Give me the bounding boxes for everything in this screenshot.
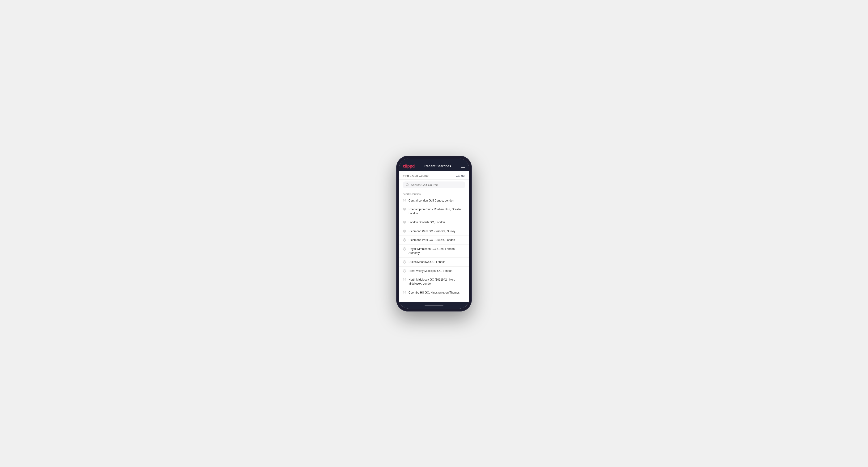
hamburger-icon[interactable]: [461, 165, 465, 167]
svg-point-2: [404, 200, 405, 201]
list-item[interactable]: Brent Valley Municipal GC, London: [399, 267, 469, 276]
location-pin-icon: [403, 229, 406, 233]
course-name: London Scottish GC, London: [408, 220, 445, 224]
home-indicator: [425, 305, 443, 306]
list-item[interactable]: Richmond Park GC - Prince's, Surrey: [399, 227, 469, 236]
list-item[interactable]: Roehampton Club - Roehampton, Greater Lo…: [399, 205, 469, 218]
list-item[interactable]: Richmond Park GC - Duke's, London: [399, 236, 469, 245]
list-item[interactable]: London Scottish GC, London: [399, 218, 469, 227]
app-header: clippd Recent Searches: [399, 161, 469, 171]
phone-device: clippd Recent Searches Find a Golf Cours…: [396, 156, 472, 311]
svg-point-6: [404, 240, 405, 241]
course-name: Royal Wimbledon GC, Great London Authori…: [408, 247, 465, 255]
list-item[interactable]: Central London Golf Centre, London: [399, 196, 469, 205]
list-item[interactable]: Coombe Hill GC, Kingston upon Thames: [399, 288, 469, 297]
content-area: Find a Golf Course Cancel Nearby courses: [399, 171, 469, 302]
course-name: Richmond Park GC - Duke's, London: [408, 238, 455, 242]
nearby-label: Nearby courses: [399, 191, 469, 196]
search-input[interactable]: [411, 183, 462, 187]
course-name: Coombe Hill GC, Kingston upon Thames: [408, 291, 460, 295]
location-pin-icon: [403, 208, 406, 211]
app-header-title: Recent Searches: [425, 164, 451, 168]
location-pin-icon: [403, 238, 406, 242]
location-pin-icon: [403, 247, 406, 251]
svg-point-5: [404, 230, 405, 231]
location-pin-icon: [403, 291, 406, 294]
svg-point-7: [404, 248, 405, 249]
phone-screen: clippd Recent Searches Find a Golf Cours…: [399, 159, 469, 309]
course-list: Central London Golf Centre, London Roeha…: [399, 196, 469, 297]
course-name: Richmond Park GC - Prince's, Surrey: [408, 229, 455, 234]
phone-bottom-bar: [399, 302, 469, 309]
course-name: North Middlesex GC (1011942 - North Midd…: [408, 278, 465, 286]
list-item[interactable]: Dukes Meadows GC, London: [399, 258, 469, 267]
find-title: Find a Golf Course: [403, 174, 429, 178]
svg-point-10: [404, 279, 405, 280]
svg-line-1: [408, 185, 409, 186]
svg-point-3: [404, 209, 405, 210]
location-pin-icon: [403, 199, 406, 202]
search-bar-container: [399, 180, 469, 191]
svg-point-9: [404, 270, 405, 271]
course-name: Central London Golf Centre, London: [408, 199, 454, 203]
search-icon: [406, 183, 409, 186]
svg-point-8: [404, 261, 405, 262]
app-logo: clippd: [403, 164, 415, 169]
location-pin-icon: [403, 269, 406, 273]
location-pin-icon: [403, 221, 406, 224]
cancel-button[interactable]: Cancel: [456, 174, 465, 178]
course-name: Brent Valley Municipal GC, London: [408, 269, 453, 273]
svg-point-4: [404, 222, 405, 222]
course-name: Roehampton Club - Roehampton, Greater Lo…: [408, 208, 465, 215]
nearby-section: Nearby courses Central London Golf Centr…: [399, 191, 469, 302]
search-input-wrapper[interactable]: [403, 182, 465, 188]
location-pin-icon: [403, 278, 406, 281]
list-item[interactable]: Royal Wimbledon GC, Great London Authori…: [399, 245, 469, 258]
course-name: Dukes Meadows GC, London: [408, 260, 445, 264]
location-pin-icon: [403, 260, 406, 263]
svg-point-11: [404, 292, 405, 293]
find-header: Find a Golf Course Cancel: [399, 171, 469, 180]
status-bar: [399, 159, 469, 161]
list-item[interactable]: North Middlesex GC (1011942 - North Midd…: [399, 275, 469, 288]
